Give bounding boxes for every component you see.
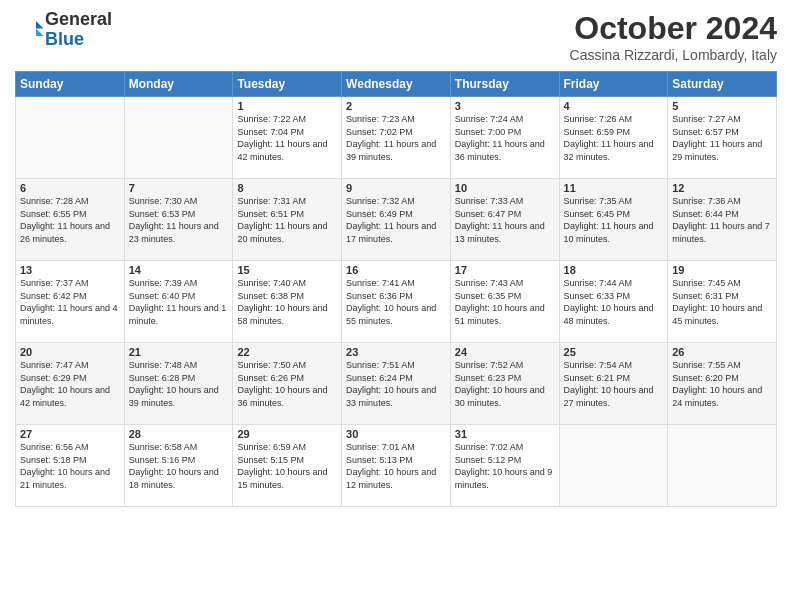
day-number: 2 bbox=[346, 100, 446, 112]
day-number: 12 bbox=[672, 182, 772, 194]
calendar-cell: 4Sunrise: 7:26 AM Sunset: 6:59 PM Daylig… bbox=[559, 97, 668, 179]
weekday-header-saturday: Saturday bbox=[668, 72, 777, 97]
day-number: 11 bbox=[564, 182, 664, 194]
calendar-cell: 5Sunrise: 7:27 AM Sunset: 6:57 PM Daylig… bbox=[668, 97, 777, 179]
day-info: Sunrise: 7:35 AM Sunset: 6:45 PM Dayligh… bbox=[564, 195, 664, 245]
calendar-cell bbox=[124, 97, 233, 179]
day-info: Sunrise: 7:54 AM Sunset: 6:21 PM Dayligh… bbox=[564, 359, 664, 409]
day-info: Sunrise: 7:47 AM Sunset: 6:29 PM Dayligh… bbox=[20, 359, 120, 409]
week-row-3: 13Sunrise: 7:37 AM Sunset: 6:42 PM Dayli… bbox=[16, 261, 777, 343]
day-info: Sunrise: 7:33 AM Sunset: 6:47 PM Dayligh… bbox=[455, 195, 555, 245]
day-number: 4 bbox=[564, 100, 664, 112]
day-number: 10 bbox=[455, 182, 555, 194]
day-info: Sunrise: 7:37 AM Sunset: 6:42 PM Dayligh… bbox=[20, 277, 120, 327]
calendar-cell: 25Sunrise: 7:54 AM Sunset: 6:21 PM Dayli… bbox=[559, 343, 668, 425]
calendar-cell: 20Sunrise: 7:47 AM Sunset: 6:29 PM Dayli… bbox=[16, 343, 125, 425]
calendar-title: October 2024 bbox=[570, 10, 777, 47]
day-info: Sunrise: 6:56 AM Sunset: 5:18 PM Dayligh… bbox=[20, 441, 120, 491]
calendar-cell bbox=[559, 425, 668, 507]
calendar-cell: 9Sunrise: 7:32 AM Sunset: 6:49 PM Daylig… bbox=[342, 179, 451, 261]
day-number: 24 bbox=[455, 346, 555, 358]
calendar-cell: 23Sunrise: 7:51 AM Sunset: 6:24 PM Dayli… bbox=[342, 343, 451, 425]
calendar-body: 1Sunrise: 7:22 AM Sunset: 7:04 PM Daylig… bbox=[16, 97, 777, 507]
calendar-cell: 8Sunrise: 7:31 AM Sunset: 6:51 PM Daylig… bbox=[233, 179, 342, 261]
calendar-cell: 6Sunrise: 7:28 AM Sunset: 6:55 PM Daylig… bbox=[16, 179, 125, 261]
day-number: 14 bbox=[129, 264, 229, 276]
calendar-cell: 19Sunrise: 7:45 AM Sunset: 6:31 PM Dayli… bbox=[668, 261, 777, 343]
day-info: Sunrise: 7:48 AM Sunset: 6:28 PM Dayligh… bbox=[129, 359, 229, 409]
svg-marker-1 bbox=[36, 28, 44, 36]
calendar-cell: 24Sunrise: 7:52 AM Sunset: 6:23 PM Dayli… bbox=[450, 343, 559, 425]
day-number: 25 bbox=[564, 346, 664, 358]
day-info: Sunrise: 6:58 AM Sunset: 5:16 PM Dayligh… bbox=[129, 441, 229, 491]
day-number: 22 bbox=[237, 346, 337, 358]
day-number: 13 bbox=[20, 264, 120, 276]
day-number: 29 bbox=[237, 428, 337, 440]
calendar-subtitle: Cassina Rizzardi, Lombardy, Italy bbox=[570, 47, 777, 63]
calendar-cell: 31Sunrise: 7:02 AM Sunset: 5:12 PM Dayli… bbox=[450, 425, 559, 507]
calendar-cell: 10Sunrise: 7:33 AM Sunset: 6:47 PM Dayli… bbox=[450, 179, 559, 261]
day-info: Sunrise: 7:26 AM Sunset: 6:59 PM Dayligh… bbox=[564, 113, 664, 163]
day-info: Sunrise: 7:22 AM Sunset: 7:04 PM Dayligh… bbox=[237, 113, 337, 163]
day-number: 3 bbox=[455, 100, 555, 112]
week-row-1: 1Sunrise: 7:22 AM Sunset: 7:04 PM Daylig… bbox=[16, 97, 777, 179]
day-info: Sunrise: 7:55 AM Sunset: 6:20 PM Dayligh… bbox=[672, 359, 772, 409]
logo-text: General Blue bbox=[45, 10, 112, 50]
day-number: 26 bbox=[672, 346, 772, 358]
calendar-cell: 16Sunrise: 7:41 AM Sunset: 6:36 PM Dayli… bbox=[342, 261, 451, 343]
day-number: 18 bbox=[564, 264, 664, 276]
calendar-cell: 11Sunrise: 7:35 AM Sunset: 6:45 PM Dayli… bbox=[559, 179, 668, 261]
day-number: 28 bbox=[129, 428, 229, 440]
day-number: 17 bbox=[455, 264, 555, 276]
calendar-cell: 18Sunrise: 7:44 AM Sunset: 6:33 PM Dayli… bbox=[559, 261, 668, 343]
svg-marker-0 bbox=[36, 21, 44, 29]
calendar-cell: 15Sunrise: 7:40 AM Sunset: 6:38 PM Dayli… bbox=[233, 261, 342, 343]
day-number: 6 bbox=[20, 182, 120, 194]
day-info: Sunrise: 7:28 AM Sunset: 6:55 PM Dayligh… bbox=[20, 195, 120, 245]
day-info: Sunrise: 7:32 AM Sunset: 6:49 PM Dayligh… bbox=[346, 195, 446, 245]
day-info: Sunrise: 7:31 AM Sunset: 6:51 PM Dayligh… bbox=[237, 195, 337, 245]
calendar-cell: 3Sunrise: 7:24 AM Sunset: 7:00 PM Daylig… bbox=[450, 97, 559, 179]
calendar-cell: 30Sunrise: 7:01 AM Sunset: 5:13 PM Dayli… bbox=[342, 425, 451, 507]
header: General Blue October 2024 Cassina Rizzar… bbox=[15, 10, 777, 63]
weekday-header-friday: Friday bbox=[559, 72, 668, 97]
day-info: Sunrise: 7:43 AM Sunset: 6:35 PM Dayligh… bbox=[455, 277, 555, 327]
calendar-cell: 17Sunrise: 7:43 AM Sunset: 6:35 PM Dayli… bbox=[450, 261, 559, 343]
week-row-2: 6Sunrise: 7:28 AM Sunset: 6:55 PM Daylig… bbox=[16, 179, 777, 261]
day-number: 15 bbox=[237, 264, 337, 276]
logo-general-text: General bbox=[45, 9, 112, 29]
day-number: 20 bbox=[20, 346, 120, 358]
day-info: Sunrise: 7:52 AM Sunset: 6:23 PM Dayligh… bbox=[455, 359, 555, 409]
day-info: Sunrise: 7:51 AM Sunset: 6:24 PM Dayligh… bbox=[346, 359, 446, 409]
calendar-header: SundayMondayTuesdayWednesdayThursdayFrid… bbox=[16, 72, 777, 97]
day-number: 31 bbox=[455, 428, 555, 440]
day-number: 27 bbox=[20, 428, 120, 440]
week-row-4: 20Sunrise: 7:47 AM Sunset: 6:29 PM Dayli… bbox=[16, 343, 777, 425]
day-number: 19 bbox=[672, 264, 772, 276]
calendar-cell: 29Sunrise: 6:59 AM Sunset: 5:15 PM Dayli… bbox=[233, 425, 342, 507]
day-number: 8 bbox=[237, 182, 337, 194]
day-info: Sunrise: 6:59 AM Sunset: 5:15 PM Dayligh… bbox=[237, 441, 337, 491]
day-info: Sunrise: 7:24 AM Sunset: 7:00 PM Dayligh… bbox=[455, 113, 555, 163]
week-row-5: 27Sunrise: 6:56 AM Sunset: 5:18 PM Dayli… bbox=[16, 425, 777, 507]
weekday-header-sunday: Sunday bbox=[16, 72, 125, 97]
calendar-cell: 7Sunrise: 7:30 AM Sunset: 6:53 PM Daylig… bbox=[124, 179, 233, 261]
day-info: Sunrise: 7:41 AM Sunset: 6:36 PM Dayligh… bbox=[346, 277, 446, 327]
day-number: 23 bbox=[346, 346, 446, 358]
day-number: 21 bbox=[129, 346, 229, 358]
calendar-cell: 26Sunrise: 7:55 AM Sunset: 6:20 PM Dayli… bbox=[668, 343, 777, 425]
calendar-cell: 21Sunrise: 7:48 AM Sunset: 6:28 PM Dayli… bbox=[124, 343, 233, 425]
calendar-table: SundayMondayTuesdayWednesdayThursdayFrid… bbox=[15, 71, 777, 507]
day-info: Sunrise: 7:44 AM Sunset: 6:33 PM Dayligh… bbox=[564, 277, 664, 327]
day-info: Sunrise: 7:23 AM Sunset: 7:02 PM Dayligh… bbox=[346, 113, 446, 163]
day-info: Sunrise: 7:40 AM Sunset: 6:38 PM Dayligh… bbox=[237, 277, 337, 327]
calendar-cell bbox=[668, 425, 777, 507]
calendar-cell: 1Sunrise: 7:22 AM Sunset: 7:04 PM Daylig… bbox=[233, 97, 342, 179]
logo: General Blue bbox=[15, 10, 112, 50]
day-number: 5 bbox=[672, 100, 772, 112]
weekday-header-thursday: Thursday bbox=[450, 72, 559, 97]
day-number: 7 bbox=[129, 182, 229, 194]
day-number: 30 bbox=[346, 428, 446, 440]
day-info: Sunrise: 7:02 AM Sunset: 5:12 PM Dayligh… bbox=[455, 441, 555, 491]
page: General Blue October 2024 Cassina Rizzar… bbox=[0, 0, 792, 517]
